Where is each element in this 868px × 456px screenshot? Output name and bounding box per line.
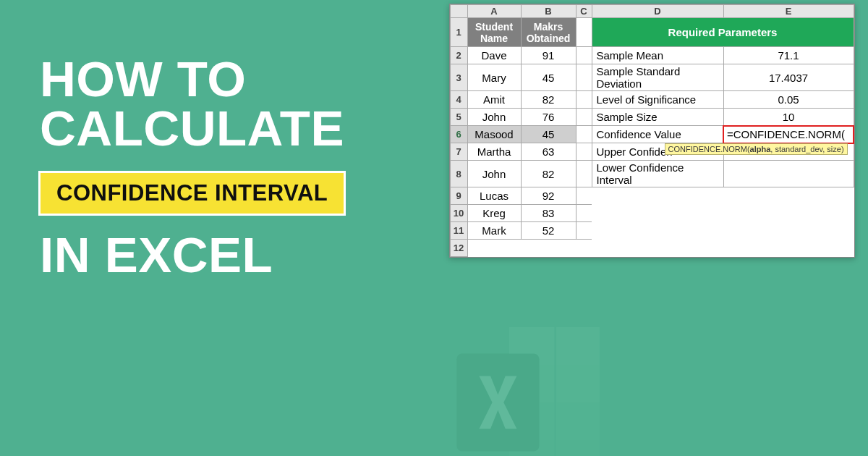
cell[interactable]: 0.05 [723,91,854,109]
title-block: HOW TO CALCULATE CONFIDENCE INTERVAL IN … [40,54,346,281]
cell[interactable] [723,161,854,187]
row-header[interactable]: 2 [450,47,467,64]
cell[interactable] [467,240,521,257]
table-row: 1 Student Name Makrs Obtained Required P… [450,18,854,47]
cell[interactable] [592,222,723,240]
cell[interactable]: Mary [467,64,521,91]
row-header-selected[interactable]: 6 [450,126,467,143]
cell[interactable] [576,161,592,187]
cell[interactable]: Level of Significance [592,91,723,109]
cell[interactable] [592,187,723,205]
row-header[interactable]: 1 [450,18,467,47]
column-header-row: A B C D E [450,5,854,18]
col-header-d[interactable]: D [592,5,723,18]
formula-cell[interactable]: =CONFIDENCE.NORM( [723,126,854,143]
cell[interactable]: Upper Confiden CONFIDENCE.NORM(alpha, st… [592,143,723,161]
cell[interactable]: Mark [467,222,521,240]
cell[interactable] [576,205,592,222]
cell[interactable]: 82 [521,161,576,187]
table-row: 11 Mark 52 [450,222,854,240]
col-header-c[interactable]: C [576,5,592,18]
table-row: 8 John 82 Lower Confidence Interval [450,161,854,187]
cell[interactable] [576,91,592,109]
cell[interactable]: Sample Mean [592,47,723,64]
param-label-text: Upper Confiden [597,145,673,158]
cell[interactable] [576,109,592,126]
cell[interactable]: John [467,109,521,126]
cell-b1[interactable]: Makrs Obtained [521,18,576,47]
cell[interactable] [723,240,854,257]
cell[interactable]: 45 [521,64,576,91]
cell[interactable] [592,205,723,222]
row-header[interactable]: 10 [450,205,467,222]
cell[interactable] [576,126,592,143]
table-row: 4 Amit 82 Level of Significance 0.05 [450,91,854,109]
svg-rect-5 [554,327,556,456]
title-highlight: CONFIDENCE INTERVAL [38,171,346,216]
row-header[interactable]: 9 [450,187,467,205]
cell[interactable] [576,143,592,161]
spreadsheet-table[interactable]: A B C D E 1 Student Name Makrs Obtained … [450,4,855,257]
table-row: 12 [450,240,854,257]
formula-text: =CONFIDENCE.NORM( [727,128,845,140]
cell[interactable] [576,64,592,91]
row-header[interactable]: 4 [450,91,467,109]
cell[interactable]: 83 [521,205,576,222]
title-line-2: CALCULATE [40,104,346,154]
col-header-b[interactable]: B [521,5,576,18]
table-row: 5 John 76 Sample Size 10 [450,109,854,126]
table-row: 2 Dave 91 Sample Mean 71.1 [450,47,854,64]
cell[interactable]: 76 [521,109,576,126]
cell[interactable]: 82 [521,91,576,109]
cell[interactable] [723,222,854,240]
cell[interactable]: 45 [521,126,576,143]
excel-logo-icon [434,308,622,456]
row-header[interactable]: 3 [450,64,467,91]
cell[interactable]: 71.1 [723,47,854,64]
tooltip-arg1: alpha [750,145,771,153]
cell[interactable]: 10 [723,109,854,126]
row-header[interactable]: 8 [450,161,467,187]
cell[interactable]: Confidence Value [592,126,723,143]
cell[interactable]: Sample Standard Deviation [592,64,723,91]
cell[interactable] [576,240,592,257]
col-header-e[interactable]: E [723,5,854,18]
select-all-corner[interactable] [450,5,467,18]
row-header[interactable]: 7 [450,143,467,161]
cell[interactable] [723,205,854,222]
table-row: 10 Kreg 83 [450,205,854,222]
cell[interactable]: Lower Confidence Interval [592,161,723,187]
row-header[interactable]: 12 [450,240,467,257]
tooltip-func: CONFIDENCE.NORM( [668,145,750,153]
cell[interactable] [592,240,723,257]
formula-tooltip: CONFIDENCE.NORM(alpha, standard_dev, siz… [665,143,848,155]
cell[interactable] [723,187,854,205]
cell[interactable]: Amit [467,91,521,109]
cell[interactable] [576,222,592,240]
cell[interactable]: 17.4037 [723,64,854,91]
table-row: 7 Martha 63 Upper Confiden CONFIDENCE.NO… [450,143,854,161]
cell[interactable]: Masood [467,126,521,143]
table-row: 3 Mary 45 Sample Standard Deviation 17.4… [450,64,854,91]
title-line-3: IN EXCEL [40,230,346,281]
col-header-a[interactable]: A [467,5,521,18]
cell[interactable]: Martha [467,143,521,161]
cell-c1[interactable] [576,18,592,47]
cell[interactable]: Dave [467,47,521,64]
row-header[interactable]: 11 [450,222,467,240]
table-row: 9 Lucas 92 [450,187,854,205]
cell[interactable]: 91 [521,47,576,64]
cell-a1[interactable]: Student Name [467,18,521,47]
cell[interactable]: 92 [521,187,576,205]
cell[interactable]: John [467,161,521,187]
row-header[interactable]: 5 [450,109,467,126]
cell[interactable]: Lucas [467,187,521,205]
cell[interactable] [521,240,576,257]
cell-d1-e1[interactable]: Required Parameters [592,18,854,47]
cell[interactable]: Kreg [467,205,521,222]
cell[interactable]: Sample Size [592,109,723,126]
cell[interactable] [576,187,592,205]
cell[interactable]: 52 [521,222,576,240]
cell[interactable] [576,47,592,64]
cell[interactable]: 63 [521,143,576,161]
